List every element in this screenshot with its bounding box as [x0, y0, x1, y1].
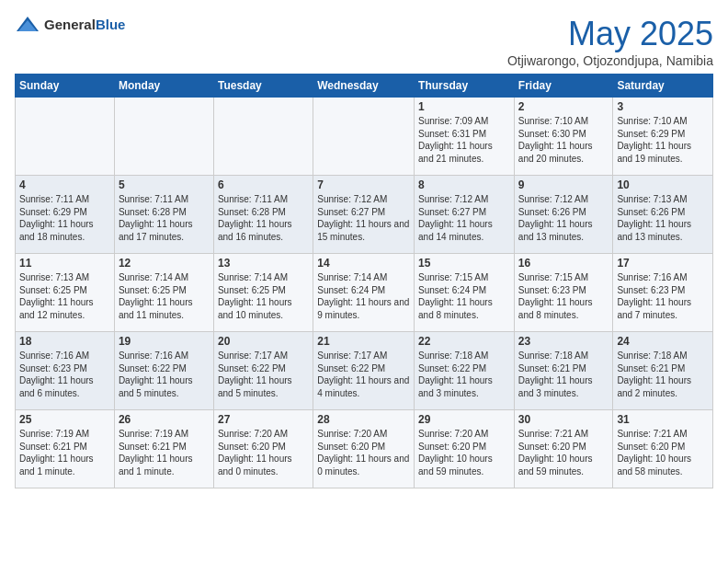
day-info: Sunrise: 7:13 AM Sunset: 6:25 PM Dayligh…: [19, 271, 110, 321]
day-number: 19: [119, 335, 210, 348]
calendar-cell: 26Sunrise: 7:19 AM Sunset: 6:21 PM Dayli…: [114, 410, 213, 488]
day-number: 22: [418, 335, 510, 348]
day-info: Sunrise: 7:12 AM Sunset: 6:26 PM Dayligh…: [518, 193, 609, 243]
day-info: Sunrise: 7:21 AM Sunset: 6:20 PM Dayligh…: [617, 428, 709, 477]
day-number: 12: [119, 257, 210, 270]
weekday-header-tuesday: Tuesday: [213, 75, 313, 98]
weekday-header-sunday: Sunday: [16, 75, 115, 98]
calendar-cell: [213, 98, 313, 176]
day-info: Sunrise: 7:12 AM Sunset: 6:27 PM Dayligh…: [418, 193, 510, 243]
logo: GeneralBlue: [15, 15, 125, 35]
day-info: Sunrise: 7:14 AM Sunset: 6:25 PM Dayligh…: [218, 271, 309, 321]
page-header: GeneralBlue May 2025 Otjiwarongo, Otjozo…: [15, 15, 713, 68]
calendar-cell: 2Sunrise: 7:10 AM Sunset: 6:30 PM Daylig…: [514, 98, 613, 176]
calendar-cell: 30Sunrise: 7:21 AM Sunset: 6:20 PM Dayli…: [514, 410, 613, 488]
day-number: 7: [317, 178, 410, 191]
calendar-cell: [16, 98, 115, 176]
day-number: 27: [218, 413, 309, 426]
day-number: 26: [119, 413, 210, 426]
calendar-cell: 22Sunrise: 7:18 AM Sunset: 6:22 PM Dayli…: [415, 332, 515, 410]
day-number: 11: [19, 257, 110, 270]
day-number: 21: [317, 335, 410, 348]
calendar-cell: 3Sunrise: 7:10 AM Sunset: 6:29 PM Daylig…: [613, 98, 713, 176]
calendar-cell: 23Sunrise: 7:18 AM Sunset: 6:21 PM Dayli…: [514, 332, 613, 410]
calendar-cell: 11Sunrise: 7:13 AM Sunset: 6:25 PM Dayli…: [16, 254, 115, 332]
day-info: Sunrise: 7:18 AM Sunset: 6:22 PM Dayligh…: [418, 350, 510, 399]
day-number: 25: [19, 413, 110, 426]
day-number: 23: [518, 335, 609, 348]
calendar-cell: 7Sunrise: 7:12 AM Sunset: 6:27 PM Daylig…: [313, 176, 415, 254]
day-number: 29: [418, 413, 510, 426]
day-number: 13: [218, 257, 309, 270]
day-info: Sunrise: 7:17 AM Sunset: 6:22 PM Dayligh…: [218, 350, 309, 399]
day-number: 17: [617, 257, 709, 270]
day-info: Sunrise: 7:19 AM Sunset: 6:21 PM Dayligh…: [19, 428, 110, 477]
day-number: 20: [218, 335, 309, 348]
weekday-header-wednesday: Wednesday: [313, 75, 415, 98]
calendar-header: SundayMondayTuesdayWednesdayThursdayFrid…: [16, 75, 713, 98]
day-info: Sunrise: 7:11 AM Sunset: 6:28 PM Dayligh…: [119, 193, 210, 243]
calendar-cell: 18Sunrise: 7:16 AM Sunset: 6:23 PM Dayli…: [16, 332, 115, 410]
logo-general: GeneralBlue: [44, 17, 125, 33]
calendar-cell: 20Sunrise: 7:17 AM Sunset: 6:22 PM Dayli…: [213, 332, 313, 410]
calendar-cell: 14Sunrise: 7:14 AM Sunset: 6:24 PM Dayli…: [313, 254, 415, 332]
day-info: Sunrise: 7:15 AM Sunset: 6:24 PM Dayligh…: [418, 271, 510, 321]
calendar-cell: 31Sunrise: 7:21 AM Sunset: 6:20 PM Dayli…: [613, 410, 713, 488]
day-number: 1: [418, 100, 510, 113]
calendar-cell: 16Sunrise: 7:15 AM Sunset: 6:23 PM Dayli…: [514, 254, 613, 332]
calendar-cell: 1Sunrise: 7:09 AM Sunset: 6:31 PM Daylig…: [415, 98, 515, 176]
day-info: Sunrise: 7:12 AM Sunset: 6:27 PM Dayligh…: [317, 193, 410, 243]
calendar-week-row: 1Sunrise: 7:09 AM Sunset: 6:31 PM Daylig…: [16, 98, 713, 176]
day-info: Sunrise: 7:16 AM Sunset: 6:23 PM Dayligh…: [19, 350, 110, 399]
day-info: Sunrise: 7:10 AM Sunset: 6:30 PM Dayligh…: [518, 115, 609, 165]
calendar-week-row: 4Sunrise: 7:11 AM Sunset: 6:29 PM Daylig…: [16, 176, 713, 254]
day-info: Sunrise: 7:20 AM Sunset: 6:20 PM Dayligh…: [218, 428, 309, 477]
day-number: 31: [617, 413, 709, 426]
weekday-header-saturday: Saturday: [613, 75, 713, 98]
calendar-cell: [313, 98, 415, 176]
day-info: Sunrise: 7:15 AM Sunset: 6:23 PM Dayligh…: [518, 271, 609, 321]
calendar-cell: 12Sunrise: 7:14 AM Sunset: 6:25 PM Dayli…: [114, 254, 213, 332]
day-info: Sunrise: 7:21 AM Sunset: 6:20 PM Dayligh…: [518, 428, 609, 477]
weekday-header-thursday: Thursday: [415, 75, 515, 98]
calendar-cell: 13Sunrise: 7:14 AM Sunset: 6:25 PM Dayli…: [213, 254, 313, 332]
day-info: Sunrise: 7:10 AM Sunset: 6:29 PM Dayligh…: [617, 115, 709, 165]
day-number: 6: [218, 178, 309, 191]
day-info: Sunrise: 7:20 AM Sunset: 6:20 PM Dayligh…: [317, 428, 410, 477]
day-number: 8: [418, 178, 510, 191]
day-info: Sunrise: 7:16 AM Sunset: 6:22 PM Dayligh…: [119, 350, 210, 399]
title-area: May 2025 Otjiwarongo, Otjozondjupa, Nami…: [507, 15, 713, 68]
day-info: Sunrise: 7:18 AM Sunset: 6:21 PM Dayligh…: [518, 350, 609, 399]
day-info: Sunrise: 7:16 AM Sunset: 6:23 PM Dayligh…: [617, 271, 709, 321]
day-info: Sunrise: 7:13 AM Sunset: 6:26 PM Dayligh…: [617, 193, 709, 243]
calendar-cell: 29Sunrise: 7:20 AM Sunset: 6:20 PM Dayli…: [415, 410, 515, 488]
day-info: Sunrise: 7:09 AM Sunset: 6:31 PM Dayligh…: [418, 115, 510, 165]
calendar-cell: 8Sunrise: 7:12 AM Sunset: 6:27 PM Daylig…: [415, 176, 515, 254]
day-info: Sunrise: 7:18 AM Sunset: 6:21 PM Dayligh…: [617, 350, 709, 399]
calendar-cell: 21Sunrise: 7:17 AM Sunset: 6:22 PM Dayli…: [313, 332, 415, 410]
day-info: Sunrise: 7:17 AM Sunset: 6:22 PM Dayligh…: [317, 350, 410, 399]
day-number: 4: [19, 178, 110, 191]
day-number: 3: [617, 100, 709, 113]
day-info: Sunrise: 7:20 AM Sunset: 6:20 PM Dayligh…: [418, 428, 510, 477]
day-info: Sunrise: 7:14 AM Sunset: 6:25 PM Dayligh…: [119, 271, 210, 321]
calendar-cell: 25Sunrise: 7:19 AM Sunset: 6:21 PM Dayli…: [16, 410, 115, 488]
calendar-week-row: 11Sunrise: 7:13 AM Sunset: 6:25 PM Dayli…: [16, 254, 713, 332]
calendar-cell: 15Sunrise: 7:15 AM Sunset: 6:24 PM Dayli…: [415, 254, 515, 332]
logo-icon: [15, 15, 40, 35]
calendar-week-row: 25Sunrise: 7:19 AM Sunset: 6:21 PM Dayli…: [16, 410, 713, 488]
day-info: Sunrise: 7:14 AM Sunset: 6:24 PM Dayligh…: [317, 271, 410, 321]
calendar-cell: 24Sunrise: 7:18 AM Sunset: 6:21 PM Dayli…: [613, 332, 713, 410]
calendar-cell: 10Sunrise: 7:13 AM Sunset: 6:26 PM Dayli…: [613, 176, 713, 254]
calendar-table: SundayMondayTuesdayWednesdayThursdayFrid…: [15, 74, 713, 488]
calendar-week-row: 18Sunrise: 7:16 AM Sunset: 6:23 PM Dayli…: [16, 332, 713, 410]
calendar-cell: 19Sunrise: 7:16 AM Sunset: 6:22 PM Dayli…: [114, 332, 213, 410]
weekday-header-monday: Monday: [114, 75, 213, 98]
day-number: 2: [518, 100, 609, 113]
location: Otjiwarongo, Otjozondjupa, Namibia: [507, 53, 713, 68]
day-number: 24: [617, 335, 709, 348]
day-number: 9: [518, 178, 609, 191]
day-number: 16: [518, 257, 609, 270]
calendar-cell: 27Sunrise: 7:20 AM Sunset: 6:20 PM Dayli…: [213, 410, 313, 488]
day-info: Sunrise: 7:11 AM Sunset: 6:28 PM Dayligh…: [218, 193, 309, 243]
